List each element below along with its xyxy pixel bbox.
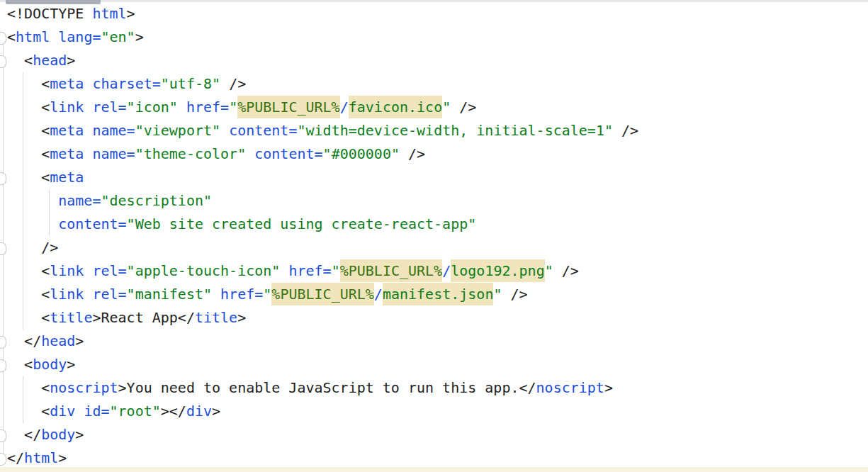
- code-token: [280, 262, 288, 279]
- code-line[interactable]: <head>: [0, 49, 868, 72]
- code-token: <: [41, 145, 50, 162]
- code-token: [7, 239, 41, 256]
- code-token: noscript: [50, 379, 118, 396]
- code-line[interactable]: </head>: [0, 330, 868, 353]
- code-token: lang: [58, 28, 92, 45]
- code-line[interactable]: <link rel="icon" href="%PUBLIC_URL%/favi…: [0, 96, 868, 119]
- code-token: <: [41, 122, 50, 139]
- code-token: >: [67, 52, 75, 69]
- code-token: =: [118, 286, 127, 303]
- code-token: favicon.ico: [349, 96, 442, 118]
- code-token: "description": [101, 192, 212, 209]
- code-line[interactable]: <link rel="apple-touch-icon" href="%PUBL…: [0, 259, 868, 283]
- code-token: [246, 145, 254, 162]
- code-token: rel: [92, 286, 118, 303]
- code-area[interactable]: <!DOCTYPE html><html lang="en"> <head> <…: [0, 2, 868, 470]
- code-token: "apple-touch-icon": [127, 262, 281, 279]
- code-token: name: [58, 192, 92, 209]
- code-token: <: [41, 309, 50, 326]
- code-token: ": [332, 262, 340, 279]
- code-token: <: [41, 169, 50, 186]
- code-line[interactable]: <noscript>You need to enable JavaScript …: [0, 376, 868, 400]
- code-token: >: [161, 403, 169, 420]
- code-token: [50, 28, 58, 45]
- code-token: logo192.png: [451, 259, 544, 282]
- code-token: %PUBLIC_URL%: [340, 259, 443, 282]
- code-token: [553, 262, 562, 279]
- code-token: %PUBLIC_URL%: [271, 283, 374, 305]
- code-token: [84, 5, 92, 22]
- code-token: [7, 169, 41, 186]
- code-token: [220, 75, 229, 92]
- code-token: React App: [101, 309, 177, 326]
- code-token: >: [212, 403, 220, 420]
- code-token: =: [288, 122, 297, 139]
- code-token: [7, 332, 24, 349]
- horizontal-scrollbar[interactable]: [0, 0, 868, 2]
- scrollbar-thumb[interactable]: [6, 0, 101, 4]
- code-token: name: [92, 122, 126, 139]
- code-token: ": [263, 286, 271, 303]
- code-token: [502, 286, 510, 303]
- code-line[interactable]: name="description": [0, 189, 868, 213]
- code-token: "width=device-width, initial-scale=1": [297, 122, 613, 139]
- code-token: content: [58, 215, 118, 232]
- code-line[interactable]: <meta name="viewport" content="width=dev…: [0, 119, 868, 142]
- code-line[interactable]: <body>: [0, 353, 868, 376]
- bottom-highlight-strip: [0, 467, 868, 472]
- code-token: ": [229, 99, 237, 116]
- code-token: [7, 356, 24, 373]
- code-token: <!DOCTYPE: [7, 5, 84, 22]
- code-token: rel: [92, 262, 118, 279]
- code-token: "en": [101, 28, 135, 45]
- code-token: =: [127, 122, 135, 139]
- code-token: />: [562, 262, 579, 279]
- code-line[interactable]: <meta: [0, 166, 868, 189]
- code-line[interactable]: <meta charset="utf-8" />: [0, 72, 868, 96]
- code-line[interactable]: content="Web site created using create-r…: [0, 213, 868, 236]
- code-token: >: [135, 28, 144, 45]
- code-token: >: [127, 5, 135, 22]
- code-token: ": [442, 99, 451, 116]
- code-token: meta: [50, 169, 84, 186]
- code-line[interactable]: <!DOCTYPE html>: [0, 2, 868, 26]
- code-token: >: [237, 309, 246, 326]
- code-line[interactable]: <div id="root"></div>: [0, 400, 868, 423]
- code-token: [451, 99, 459, 116]
- code-token: "Web site created using create-react-app…: [127, 215, 477, 232]
- code-token: <: [41, 403, 50, 420]
- code-line[interactable]: </body>: [0, 423, 868, 446]
- code-token: [75, 403, 84, 420]
- code-token: [400, 145, 408, 162]
- code-token: meta: [50, 145, 84, 162]
- code-token: head: [33, 52, 67, 69]
- code-token: <: [41, 99, 50, 116]
- code-token: [7, 309, 41, 326]
- code-token: [84, 75, 92, 92]
- code-token: =: [92, 192, 101, 209]
- code-token: >: [75, 332, 84, 349]
- code-token: >: [67, 356, 75, 373]
- code-token: <: [41, 262, 50, 279]
- code-line[interactable]: />: [0, 236, 868, 259]
- code-token: html: [24, 449, 58, 466]
- code-token: />: [41, 239, 58, 256]
- code-token: "root": [110, 403, 161, 420]
- code-token: href: [288, 262, 322, 279]
- code-line[interactable]: <meta name="theme-color" content="#00000…: [0, 142, 868, 166]
- code-token: "icon": [127, 99, 178, 116]
- code-token: </: [24, 426, 41, 443]
- code-line[interactable]: <link rel="manifest" href="%PUBLIC_URL%/…: [0, 283, 868, 306]
- code-line[interactable]: <title>React App</title>: [0, 306, 868, 330]
- code-token: div: [50, 403, 75, 420]
- code-token: title: [195, 309, 237, 326]
- code-line[interactable]: <html lang="en">: [0, 26, 868, 49]
- code-token: [7, 192, 58, 209]
- code-token: id: [84, 403, 101, 420]
- code-token: link: [50, 99, 84, 116]
- code-token: =: [118, 215, 127, 232]
- code-token: div: [186, 403, 212, 420]
- code-token: >: [118, 379, 127, 396]
- code-token: [84, 145, 92, 162]
- code-token: </: [24, 332, 41, 349]
